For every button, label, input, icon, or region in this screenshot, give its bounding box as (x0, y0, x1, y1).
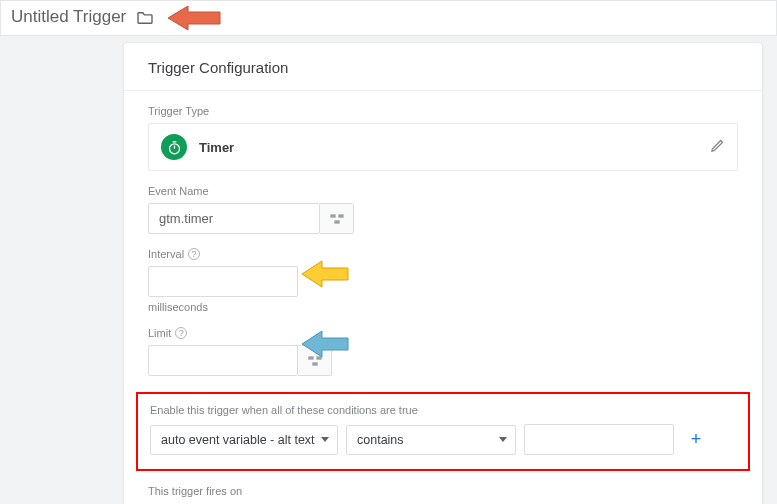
limit-variable-picker-button[interactable] (298, 345, 332, 376)
edit-type-icon[interactable] (710, 138, 725, 156)
fires-on-label: This trigger fires on (148, 485, 738, 497)
limit-label: Limit ? (148, 327, 738, 339)
event-name-label: Event Name (148, 185, 738, 197)
chevron-down-icon (499, 437, 507, 442)
condition-variable-value: auto event variable - alt text (161, 433, 315, 447)
interval-label-text: Interval (148, 248, 184, 260)
interval-input[interactable] (148, 266, 298, 297)
chevron-down-icon (321, 437, 329, 442)
svg-rect-3 (334, 220, 339, 223)
condition-variable-select[interactable]: auto event variable - alt text (150, 425, 338, 455)
interval-section: Interval ? milliseconds (124, 234, 762, 313)
help-icon[interactable]: ? (188, 248, 200, 260)
interval-unit: milliseconds (148, 301, 738, 313)
title-bar: Untitled Trigger (0, 0, 777, 36)
help-icon[interactable]: ? (175, 327, 187, 339)
folder-icon[interactable] (136, 10, 154, 24)
interval-label: Interval ? (148, 248, 738, 260)
limit-section: Limit ? (124, 313, 762, 376)
trigger-type-label: Trigger Type (148, 105, 738, 117)
card-title: Trigger Configuration (124, 43, 762, 91)
condition-operator-value: contains (357, 433, 404, 447)
fires-on-section: This trigger fires on All Timers Some Ti… (124, 471, 762, 504)
svg-rect-6 (312, 362, 317, 365)
svg-rect-2 (338, 214, 343, 217)
conditions-label: Enable this trigger when all of these co… (150, 404, 736, 416)
event-variable-picker-button[interactable] (320, 203, 354, 234)
condition-row: auto event variable - alt text contains … (150, 424, 736, 455)
add-condition-button[interactable]: + (682, 425, 710, 455)
limit-label-text: Limit (148, 327, 171, 339)
page-title[interactable]: Untitled Trigger (11, 7, 126, 27)
trigger-type-name: Timer (199, 140, 698, 155)
event-name-section: Event Name (124, 171, 762, 234)
conditions-box: Enable this trigger when all of these co… (136, 392, 750, 471)
trigger-type-section: Trigger Type Timer (124, 91, 762, 171)
event-name-input[interactable] (148, 203, 320, 234)
timer-icon (161, 134, 187, 160)
condition-value-input[interactable] (524, 424, 674, 455)
svg-rect-5 (316, 356, 321, 359)
trigger-type-row[interactable]: Timer (148, 123, 738, 171)
trigger-config-card: Trigger Configuration Trigger Type Timer… (123, 42, 763, 504)
svg-rect-1 (330, 214, 335, 217)
limit-input[interactable] (148, 345, 298, 376)
svg-rect-4 (308, 356, 313, 359)
condition-operator-select[interactable]: contains (346, 425, 516, 455)
